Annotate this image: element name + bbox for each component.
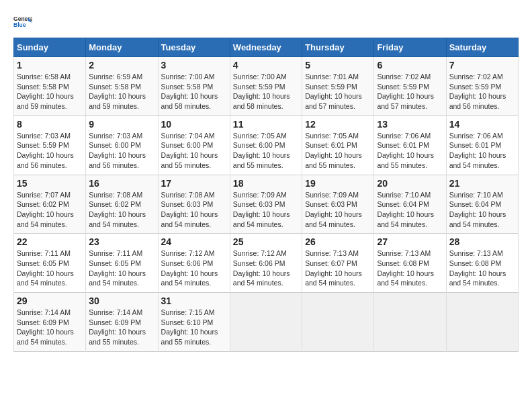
calendar-cell: [374, 293, 446, 352]
day-number: 23: [89, 236, 154, 247]
general-blue-logo-icon: General Blue: [13, 13, 32, 32]
calendar-week-1: 1Sunrise: 6:58 AMSunset: 5:58 PMDaylight…: [14, 57, 519, 116]
calendar-cell: 22Sunrise: 7:11 AMSunset: 6:05 PMDayligh…: [14, 234, 86, 293]
day-info: Sunrise: 7:00 AMSunset: 5:59 PMDaylight:…: [233, 72, 299, 111]
weekday-header-wednesday: Wednesday: [230, 38, 302, 57]
weekday-header-sunday: Sunday: [14, 38, 86, 57]
day-number: 1: [17, 60, 83, 71]
day-info: Sunrise: 7:13 AMSunset: 6:07 PMDaylight:…: [305, 248, 371, 288]
day-number: 6: [377, 60, 443, 71]
day-info: Sunrise: 7:06 AMSunset: 6:01 PMDaylight:…: [377, 131, 443, 171]
calendar-cell: 21Sunrise: 7:10 AMSunset: 6:04 PMDayligh…: [446, 175, 518, 234]
day-number: 3: [161, 60, 227, 71]
calendar-week-3: 15Sunrise: 7:07 AMSunset: 6:02 PMDayligh…: [14, 175, 519, 234]
calendar-week-5: 29Sunrise: 7:14 AMSunset: 6:09 PMDayligh…: [14, 293, 519, 352]
day-number: 29: [17, 295, 83, 306]
day-info: Sunrise: 7:11 AMSunset: 6:05 PMDaylight:…: [89, 248, 154, 288]
day-info: Sunrise: 7:14 AMSunset: 6:09 PMDaylight:…: [17, 308, 83, 347]
day-info: Sunrise: 7:09 AMSunset: 6:03 PMDaylight:…: [233, 190, 299, 230]
calendar-cell: 30Sunrise: 7:14 AMSunset: 6:09 PMDayligh…: [86, 293, 158, 352]
day-number: 9: [89, 119, 154, 130]
day-info: Sunrise: 7:14 AMSunset: 6:09 PMDaylight:…: [89, 308, 154, 347]
day-number: 22: [17, 236, 83, 247]
calendar-cell: 27Sunrise: 7:13 AMSunset: 6:08 PMDayligh…: [374, 234, 446, 293]
day-number: 20: [377, 178, 443, 189]
page-header: General Blue: [13, 13, 519, 32]
calendar-header-row: SundayMondayTuesdayWednesdayThursdayFrid…: [14, 38, 519, 57]
calendar-cell: 8Sunrise: 7:03 AMSunset: 5:59 PMDaylight…: [14, 116, 86, 175]
day-number: 7: [449, 60, 515, 71]
weekday-header-saturday: Saturday: [446, 38, 518, 57]
day-info: Sunrise: 7:12 AMSunset: 6:06 PMDaylight:…: [161, 248, 227, 288]
calendar-cell: 15Sunrise: 7:07 AMSunset: 6:02 PMDayligh…: [14, 175, 86, 234]
calendar-cell: 4Sunrise: 7:00 AMSunset: 5:59 PMDaylight…: [230, 57, 302, 116]
day-info: Sunrise: 7:03 AMSunset: 5:59 PMDaylight:…: [17, 131, 83, 171]
calendar-cell: 17Sunrise: 7:08 AMSunset: 6:03 PMDayligh…: [158, 175, 230, 234]
calendar-cell: [230, 293, 302, 352]
calendar-cell: 23Sunrise: 7:11 AMSunset: 6:05 PMDayligh…: [86, 234, 158, 293]
day-number: 24: [161, 236, 227, 247]
day-number: 31: [161, 295, 227, 306]
day-info: Sunrise: 7:11 AMSunset: 6:05 PMDaylight:…: [17, 248, 83, 288]
calendar-cell: 13Sunrise: 7:06 AMSunset: 6:01 PMDayligh…: [374, 116, 446, 175]
svg-text:Blue: Blue: [13, 21, 26, 28]
day-number: 11: [233, 119, 299, 130]
calendar-cell: 10Sunrise: 7:04 AMSunset: 6:00 PMDayligh…: [158, 116, 230, 175]
day-number: 15: [17, 178, 83, 189]
calendar-cell: [302, 293, 374, 352]
calendar-cell: 24Sunrise: 7:12 AMSunset: 6:06 PMDayligh…: [158, 234, 230, 293]
day-info: Sunrise: 7:12 AMSunset: 6:06 PMDaylight:…: [233, 248, 299, 288]
logo: General Blue: [13, 13, 32, 32]
calendar-cell: 7Sunrise: 7:02 AMSunset: 5:59 PMDaylight…: [446, 57, 518, 116]
calendar-cell: 14Sunrise: 7:06 AMSunset: 6:01 PMDayligh…: [446, 116, 518, 175]
day-number: 25: [233, 236, 299, 247]
day-info: Sunrise: 7:15 AMSunset: 6:10 PMDaylight:…: [161, 308, 227, 347]
day-number: 27: [377, 236, 443, 247]
calendar-cell: 31Sunrise: 7:15 AMSunset: 6:10 PMDayligh…: [158, 293, 230, 352]
day-number: 16: [89, 178, 154, 189]
calendar-cell: 12Sunrise: 7:05 AMSunset: 6:01 PMDayligh…: [302, 116, 374, 175]
day-number: 2: [89, 60, 154, 71]
weekday-header-monday: Monday: [86, 38, 158, 57]
day-info: Sunrise: 7:00 AMSunset: 5:58 PMDaylight:…: [161, 72, 227, 111]
day-number: 17: [161, 178, 227, 189]
day-info: Sunrise: 7:10 AMSunset: 6:04 PMDaylight:…: [449, 190, 515, 230]
calendar-week-2: 8Sunrise: 7:03 AMSunset: 5:59 PMDaylight…: [14, 116, 519, 175]
calendar-cell: 5Sunrise: 7:01 AMSunset: 5:59 PMDaylight…: [302, 57, 374, 116]
day-info: Sunrise: 7:05 AMSunset: 6:01 PMDaylight:…: [305, 131, 371, 171]
day-info: Sunrise: 7:03 AMSunset: 6:00 PMDaylight:…: [89, 131, 154, 171]
day-info: Sunrise: 7:13 AMSunset: 6:08 PMDaylight:…: [377, 248, 443, 288]
day-number: 26: [305, 236, 371, 247]
weekday-header-tuesday: Tuesday: [158, 38, 230, 57]
calendar-cell: 19Sunrise: 7:09 AMSunset: 6:03 PMDayligh…: [302, 175, 374, 234]
calendar-cell: 16Sunrise: 7:08 AMSunset: 6:02 PMDayligh…: [86, 175, 158, 234]
day-info: Sunrise: 7:06 AMSunset: 6:01 PMDaylight:…: [449, 131, 515, 171]
day-number: 10: [161, 119, 227, 130]
calendar-cell: [446, 293, 518, 352]
day-number: 14: [449, 119, 515, 130]
day-number: 4: [233, 60, 299, 71]
day-info: Sunrise: 7:02 AMSunset: 5:59 PMDaylight:…: [377, 72, 443, 111]
day-info: Sunrise: 7:09 AMSunset: 6:03 PMDaylight:…: [305, 190, 371, 230]
calendar-cell: 11Sunrise: 7:05 AMSunset: 6:00 PMDayligh…: [230, 116, 302, 175]
calendar-cell: 26Sunrise: 7:13 AMSunset: 6:07 PMDayligh…: [302, 234, 374, 293]
calendar-cell: 28Sunrise: 7:13 AMSunset: 6:08 PMDayligh…: [446, 234, 518, 293]
day-info: Sunrise: 7:08 AMSunset: 6:02 PMDaylight:…: [89, 190, 154, 230]
day-number: 8: [17, 119, 83, 130]
calendar-cell: 9Sunrise: 7:03 AMSunset: 6:00 PMDaylight…: [86, 116, 158, 175]
day-info: Sunrise: 6:58 AMSunset: 5:58 PMDaylight:…: [17, 72, 83, 111]
weekday-header-thursday: Thursday: [302, 38, 374, 57]
day-number: 5: [305, 60, 371, 71]
day-number: 19: [305, 178, 371, 189]
day-info: Sunrise: 7:05 AMSunset: 6:00 PMDaylight:…: [233, 131, 299, 171]
calendar-cell: 2Sunrise: 6:59 AMSunset: 5:58 PMDaylight…: [86, 57, 158, 116]
day-info: Sunrise: 6:59 AMSunset: 5:58 PMDaylight:…: [89, 72, 154, 111]
calendar-cell: 6Sunrise: 7:02 AMSunset: 5:59 PMDaylight…: [374, 57, 446, 116]
calendar-table: SundayMondayTuesdayWednesdayThursdayFrid…: [13, 38, 519, 352]
calendar-cell: 25Sunrise: 7:12 AMSunset: 6:06 PMDayligh…: [230, 234, 302, 293]
day-number: 30: [89, 295, 154, 306]
day-number: 12: [305, 119, 371, 130]
day-number: 13: [377, 119, 443, 130]
day-number: 21: [449, 178, 515, 189]
day-info: Sunrise: 7:04 AMSunset: 6:00 PMDaylight:…: [161, 131, 227, 171]
